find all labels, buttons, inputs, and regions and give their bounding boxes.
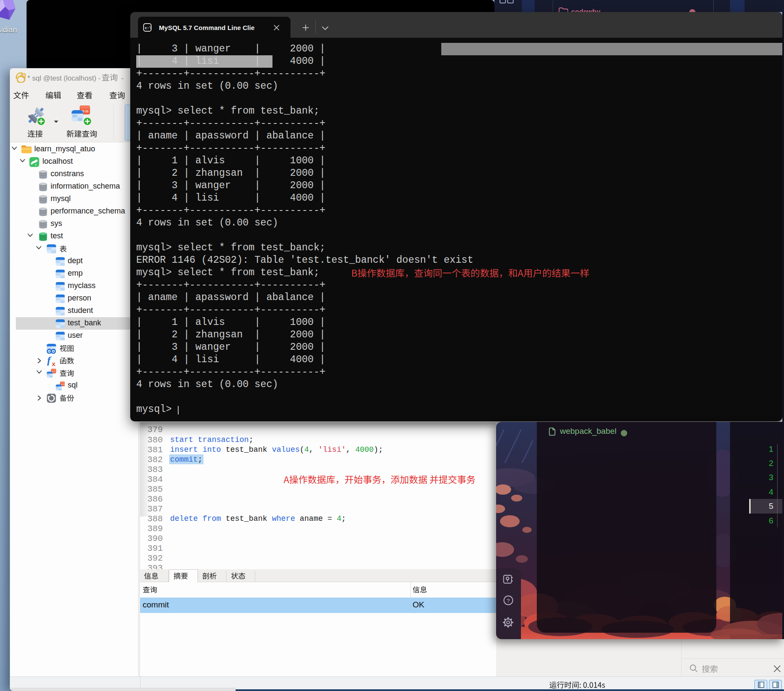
- svg-text:?: ?: [507, 598, 510, 604]
- svg-text:c:\: c:\: [145, 26, 151, 30]
- svg-text:f: f: [47, 355, 51, 366]
- svg-text:x: x: [52, 360, 56, 367]
